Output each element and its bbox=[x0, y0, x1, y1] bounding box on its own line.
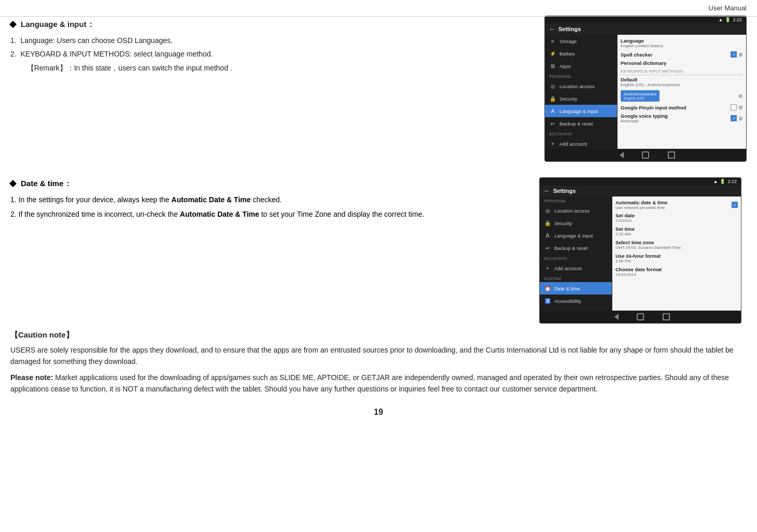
spell-tune-icon[interactable]: ⚙ bbox=[738, 52, 743, 58]
sidebar-security[interactable]: 🔒 Security bbox=[545, 92, 617, 105]
auto-date-checkbox[interactable]: ✓ bbox=[732, 202, 738, 208]
diamond-icon-2 bbox=[9, 180, 17, 187]
screenshot2-col: ▲ 🔋 2:22 ← Settings PERSONAL ◎ Location … bbox=[539, 177, 747, 324]
sidebar2-location[interactable]: ◎ Location access bbox=[540, 204, 612, 217]
sidebar2-backup[interactable]: ↩ Backup & reset bbox=[540, 242, 612, 254]
nav-home-btn-2[interactable] bbox=[635, 313, 646, 320]
diamond-icon bbox=[9, 21, 17, 28]
screen2-sidebar: PERSONAL ◎ Location access 🔒 Security A … bbox=[540, 197, 612, 311]
android-screen-1: ▲ 🔋 2:22 ← Settings ≡ Storage bbox=[544, 16, 747, 162]
sidebar-backup[interactable]: ↩ Backup & reset bbox=[545, 117, 617, 130]
add-account-icon-2: + bbox=[544, 264, 551, 272]
section2-item2: 2. If the synchronized time is incorrect… bbox=[10, 208, 529, 220]
caution-text2: Please note: Market applications used fo… bbox=[10, 372, 747, 395]
nav-square-btn-1[interactable] bbox=[666, 151, 677, 159]
screen1-panel: Language English (United States) Spell c… bbox=[618, 35, 746, 149]
about-icon: 📱 bbox=[544, 310, 551, 311]
date-time-section: Date & time: 1. In the settings for your… bbox=[10, 177, 529, 324]
system-label-2: SYSTEM bbox=[540, 274, 612, 282]
nav-square-btn-2[interactable] bbox=[661, 313, 671, 320]
panel-date-format[interactable]: Choose date format 12/31/2014 bbox=[615, 267, 738, 277]
nav-home-btn-1[interactable] bbox=[640, 151, 651, 159]
section2-item1: 1. In the settings for your device, alwa… bbox=[10, 194, 529, 205]
screen1-sidebar: ≡ Storage ⚡ Battery ⊞ Apps PERSONAL ◎ Lo bbox=[545, 35, 618, 149]
sidebar-add-account[interactable]: + Add account bbox=[545, 137, 617, 149]
bottom-section: 【Caution note】 USERS are solely responsi… bbox=[0, 324, 757, 429]
caution-title: 【Caution note】 bbox=[10, 329, 747, 341]
page-header: User Manual bbox=[0, 0, 757, 17]
time-1: 2:22 bbox=[733, 17, 742, 22]
panel-google-voice: Google voice typing Automatic ✓ ⚙ bbox=[621, 113, 743, 123]
page-number: 19 bbox=[10, 405, 747, 419]
sidebar2-add-account[interactable]: + Add account bbox=[540, 262, 612, 274]
datetime-icon: ⏰ bbox=[544, 285, 551, 292]
backup-icon-2: ↩ bbox=[544, 244, 551, 251]
spell-checker-checkbox[interactable]: ✓ bbox=[731, 51, 737, 58]
location-icon-2: ◎ bbox=[544, 207, 551, 214]
backup-icon: ↩ bbox=[549, 120, 556, 127]
screen1-navbar bbox=[545, 149, 746, 161]
panel-google-pinyin: Google Pinyin input method ⚙ bbox=[621, 104, 743, 110]
keyboard-section-label: KEYBOARD & INPUT METHODS bbox=[621, 69, 743, 75]
section1-remark: 【Remark】：In this state，users can switch … bbox=[21, 62, 534, 74]
personal-label-1: PERSONAL bbox=[545, 72, 617, 80]
sidebar2-about[interactable]: 📱 About tablet bbox=[540, 307, 612, 311]
language-icon-2: A bbox=[544, 232, 551, 239]
sidebar2-security[interactable]: 🔒 Security bbox=[540, 217, 612, 229]
panel-24hour[interactable]: Use 24-hour format 1:00 PM bbox=[615, 253, 738, 263]
panel-spell-checker: Spell checker ✓ ⚙ bbox=[621, 51, 743, 58]
battery-icon: 🔋 bbox=[725, 17, 731, 22]
wifi-icon: ▲ bbox=[719, 17, 723, 22]
sidebar-location[interactable]: ◎ Location access bbox=[545, 80, 617, 92]
accounts-label-2: ACCOUNTS bbox=[540, 254, 612, 262]
voice-checkbox[interactable]: ✓ bbox=[731, 115, 737, 121]
voice-tune-icon[interactable]: ⚙ bbox=[738, 116, 743, 121]
screen1-back-arrow[interactable]: ← bbox=[549, 25, 555, 33]
screen1-content: ≡ Storage ⚡ Battery ⊞ Apps PERSONAL ◎ Lo bbox=[545, 35, 746, 149]
apps-icon: ⊞ bbox=[549, 62, 556, 69]
android-screen-2: ▲ 🔋 2:22 ← Settings PERSONAL ◎ Location … bbox=[539, 177, 741, 324]
android-keyboard-tune-icon[interactable]: ⚙ bbox=[738, 93, 743, 99]
sidebar-battery[interactable]: ⚡ Battery bbox=[545, 47, 617, 60]
storage-icon: ≡ bbox=[549, 37, 556, 45]
sidebar2-datetime[interactable]: ⏰ Date & time bbox=[540, 282, 612, 295]
nav-back-btn-2[interactable] bbox=[609, 313, 620, 320]
sidebar-storage[interactable]: ≡ Storage bbox=[545, 35, 617, 47]
section1-item2: 2. KEYBOARD & INPUT METHODS: select lang… bbox=[10, 48, 534, 60]
nav-back-btn-1[interactable] bbox=[614, 151, 625, 159]
sidebar2-language[interactable]: A Language & input bbox=[540, 229, 612, 242]
panel-auto-date: Automatic date & time Use network-provid… bbox=[615, 200, 738, 210]
language-input-section: Language & input: 1. Language: Users can… bbox=[10, 16, 534, 162]
screen1-title: Settings bbox=[558, 26, 581, 32]
screenshot1-col: ▲ 🔋 2:22 ← Settings ≡ Storage bbox=[544, 16, 752, 162]
screen2-navbar bbox=[540, 311, 741, 323]
battery-icon-2: 🔋 bbox=[720, 179, 725, 184]
header-title: User Manual bbox=[708, 4, 747, 12]
pinyin-checkbox[interactable] bbox=[731, 104, 737, 110]
android-keyboard-btn[interactable]: Android keyboard English (US) bbox=[621, 90, 660, 102]
accounts-label-1: ACCOUNTS bbox=[545, 130, 617, 137]
sidebar-apps[interactable]: ⊞ Apps bbox=[545, 60, 617, 72]
statusbar-1: ▲ 🔋 2:22 bbox=[545, 16, 746, 23]
section1-item1: 1. Language: Users can choose OSD Langua… bbox=[10, 35, 534, 46]
sidebar2-accessibility[interactable]: ♿ Accessibility bbox=[540, 295, 612, 307]
section1-title: Language & input: bbox=[10, 18, 534, 31]
statusbar-2: ▲ 🔋 2:22 bbox=[540, 178, 741, 185]
caution-text1: USERS are solely responsible for the app… bbox=[10, 344, 747, 368]
time-2: 2:22 bbox=[727, 179, 737, 184]
screen2-content: PERSONAL ◎ Location access 🔒 Security A … bbox=[540, 197, 741, 311]
screen2-back-arrow[interactable]: ← bbox=[544, 187, 550, 194]
location-icon: ◎ bbox=[549, 82, 556, 90]
panel-default-keyboard: Default English (US) - Android keyboard bbox=[621, 77, 743, 87]
panel-timezone[interactable]: Select time zone GMT-05:00, Eastern Stan… bbox=[615, 240, 738, 250]
pinyin-tune-icon[interactable]: ⚙ bbox=[738, 105, 743, 110]
panel-set-date[interactable]: Set date 7/3/2014 bbox=[615, 213, 738, 223]
battery-icon-side: ⚡ bbox=[549, 50, 556, 57]
language-icon: A bbox=[549, 107, 556, 115]
security-icon: 🔒 bbox=[549, 95, 556, 102]
wifi-icon-2: ▲ bbox=[713, 179, 718, 184]
screen2-panel: Automatic date & time Use network-provid… bbox=[612, 197, 741, 311]
sidebar-language[interactable]: A Language & input bbox=[545, 105, 617, 117]
panel-set-time[interactable]: Set time 2:22 AM bbox=[615, 226, 738, 236]
panel-personal-dict[interactable]: Personal dictionary bbox=[621, 60, 743, 66]
